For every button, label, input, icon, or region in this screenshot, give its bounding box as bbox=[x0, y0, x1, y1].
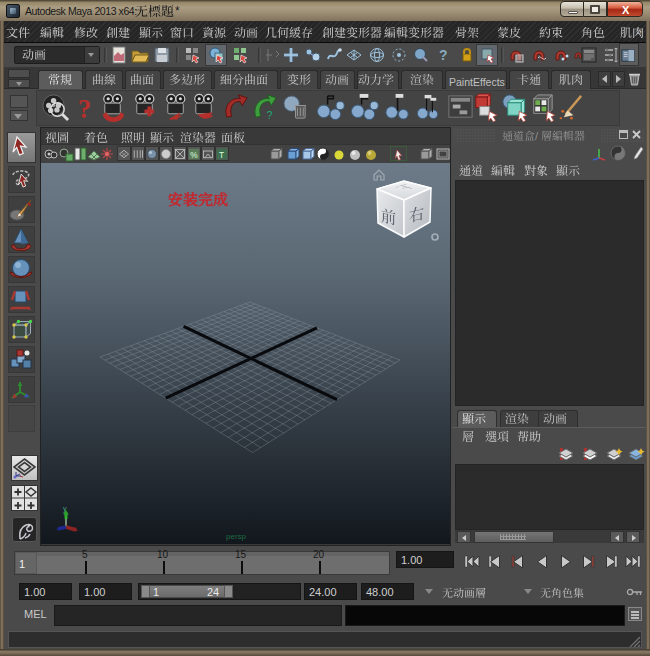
svg-text:y: y bbox=[63, 505, 67, 513]
svg-text:?: ? bbox=[266, 109, 272, 121]
svg-text:?: ? bbox=[78, 94, 92, 122]
svg-text:%: % bbox=[190, 151, 198, 160]
svg-text:T: T bbox=[219, 151, 224, 160]
svg-text:?: ? bbox=[439, 47, 448, 63]
